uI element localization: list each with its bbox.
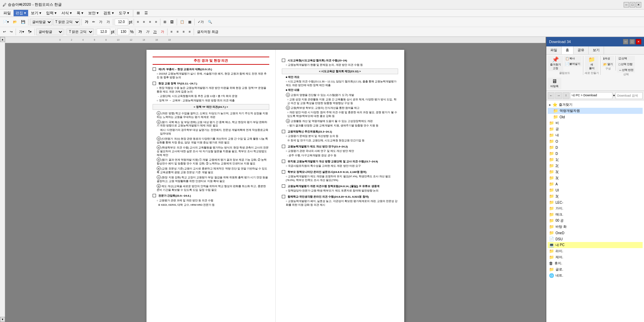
ribbon-props-btn[interactable]: ℹ 속성 [602,56,614,61]
menu-edit[interactable]: 편집 ▾ [14,10,28,16]
char-spacing[interactable]: 글자저정 최급 [195,28,220,36]
tree-item-control[interactable]: 📁 제어. [548,254,643,260]
close-btn[interactable]: ✕ [636,2,641,7]
align5[interactable]: ≡ [187,28,193,36]
font-style-select[interactable]: T 맑은 고딕 [53,19,80,25]
explorer-close[interactable]: ✕ [636,39,641,44]
tree-item-lib[interactable]: 📁 라이. [548,248,643,254]
bold2[interactable]: 가 [137,28,143,36]
tree-item-global[interactable]: 📁 글로. [548,266,643,273]
menu-width[interactable]: 폭 ▾ [75,10,85,16]
tree-item-g[interactable]: 📁 공 [548,126,643,132]
redo-btn[interactable]: ↪ [8,28,14,36]
ribbon-newfolder-btn[interactable]: 📁 새폴더 [585,56,599,71]
ribbon-invertsel-btn[interactable]: ↔ 선택 반전 [617,67,635,73]
bold-btn[interactable]: 가 [83,18,90,26]
tree-item-00[interactable]: 📁 00 공 [548,218,643,224]
nav-dropdown[interactable]: ▾ [613,94,615,97]
align-left[interactable]: ≡ [135,18,141,26]
align-center[interactable]: ≡ [141,18,147,26]
tree-item-d2[interactable]: 📁 D [548,150,643,157]
tree-item-o[interactable]: 📁 O [548,138,643,144]
new-btn[interactable]: 📄▾ [1,18,11,26]
menu-format[interactable]: 서식 ▾ [59,10,74,16]
tree-item-2[interactable]: 📁 2( [548,163,643,169]
explorer-minimize[interactable]: ─ [623,39,628,44]
tree-item-desktop[interactable]: 📁 바탕 화 [548,224,643,230]
strikethrough-btn[interactable]: 가 [105,18,112,26]
menu-extra2[interactable]: ☰ [142,10,150,16]
tree-item-1[interactable]: 📁 1( [548,157,643,163]
tree-item-network[interactable]: 🌐 네트. [548,273,643,279]
color-btn[interactable]: 가 [159,28,166,36]
save-btn[interactable]: 💾 [19,18,27,26]
menu-tools[interactable]: 도구 ▾ [117,10,131,16]
tree-item-n[interactable]: 📁 내 [548,132,643,138]
menu-security[interactable]: 보안 ▾ [86,10,101,16]
maximize-btn[interactable]: □ [630,2,635,7]
menu-file[interactable]: 파일 [1,10,13,16]
tree-item-macro[interactable]: 📁 매크. [548,212,643,218]
address-bar[interactable] [570,92,612,99]
underline-btn[interactable]: 가 [97,18,104,26]
tab-file[interactable]: 파일 [546,46,562,54]
tree-item-d1[interactable]: 📁 D [548,144,643,150]
menu-review[interactable]: 검토 ▾ [101,10,116,16]
font-size-input[interactable] [115,19,128,25]
tab-home[interactable]: 홈 [562,46,573,54]
page-num[interactable]: 📋 [178,18,186,26]
align-justify[interactable]: ≡ [154,18,159,26]
undo-btn[interactable]: ↩ [1,28,7,36]
line-spacing-input[interactable] [117,28,129,35]
ribbon-selectnone-btn[interactable]: □ 선택 안함 [617,62,635,67]
tree-item-guide[interactable]: 📁 가이. [548,205,643,212]
tree-item-3c[interactable]: 📁 3( [548,193,643,199]
ribbon-desktop-btn[interactable]: 🖥 바탕폭 [548,78,561,89]
tree-item-3b[interactable]: 📁 3( [548,175,643,181]
tab-share[interactable]: 공유 [573,46,589,54]
tree-item-3a[interactable]: 📁 3( [548,169,643,175]
tree-item-mypc[interactable]: 💻 내 PC [548,242,643,248]
ribbon-open-btn[interactable]: 📂 열기 [602,62,614,67]
align2[interactable]: ≡ [169,28,174,36]
explorer-maximize[interactable]: □ [629,39,635,44]
insert-image[interactable]: 🖼 [169,18,175,26]
spell-check[interactable]: ✓가 [196,18,206,26]
tree-item-onedrive[interactable]: 📁 OneD [548,230,643,236]
side-bottom-btn[interactable]: ▼ [0,317,5,322]
char-format[interactable]: 가▾ [17,28,26,36]
column[interactable]: ▦ [187,18,193,26]
font-name-select[interactable]: 글바탕글 [30,19,52,25]
tree-item-lec[interactable]: 📁 LEC- [548,199,643,205]
ribbon-pin-btn[interactable]: 📌 즐겨찾기고정 [548,56,563,71]
menu-input[interactable]: 입력 ▾ [44,10,59,16]
italic-btn[interactable]: ✏ [91,18,97,26]
ribbon-selectall-btn[interactable]: ☑ 선택 [617,56,635,61]
open-btn[interactable]: 📂 [11,18,19,26]
tree-item-b[interactable]: 📁 비 [548,120,643,126]
para-format[interactable]: ¶▾ [26,28,33,36]
tree-item-old[interactable]: 📁 Old [548,114,643,120]
tab-view[interactable]: 보기 [589,46,604,54]
ribbon-copy-btn[interactable]: 📋 복사 [564,56,582,61]
menu-extra1[interactable]: ⊞ [135,10,142,16]
underline2[interactable]: 가 [152,28,158,36]
find-replace[interactable]: 🔍 [206,18,214,26]
font-select2[interactable]: T 맑은 고딕 [66,28,94,35]
ribbon-paste-btn[interactable]: 📄 붙여넣기 [564,61,582,66]
tree-item-competency[interactable]: 📁 역량개발자원 [548,108,643,114]
italic2[interactable]: 가 [144,28,151,36]
nav-up[interactable]: ↑ [563,92,569,99]
align3[interactable]: ≡ [175,28,180,36]
nav-back[interactable]: ← [548,92,554,99]
nav-forward[interactable]: → [555,92,562,99]
tree-item-a[interactable]: 📁 A [548,181,643,187]
style-select[interactable]: 글바탕글 [36,28,63,35]
size-input2[interactable] [97,28,110,35]
tree-item-favorites[interactable]: ▶ ⭐ 즐겨찾기 [548,102,643,108]
side-top-btn[interactable]: ▲ [0,37,5,42]
tree-item-trash[interactable]: 🗑 휴지. [548,260,643,266]
pages-container[interactable]: 추진 경과 및 현장 의견 제1차 부총리 – 현장 교원과의 대화(23.9.… [5,43,546,322]
tree-item-dsu[interactable]: 📄 DSU [548,236,643,242]
tree-item-ui[interactable]: 📁 UI [548,187,643,193]
